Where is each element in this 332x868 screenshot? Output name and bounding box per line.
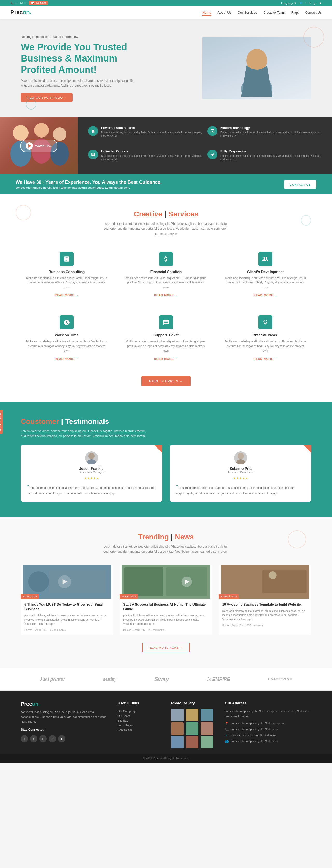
portfolio-button[interactable]: VIEW OUR PORTFOLIO → xyxy=(21,93,73,102)
financial-solution-read-more[interactable]: READ MORE → xyxy=(154,293,178,297)
svg-rect-25 xyxy=(262,570,306,593)
feature-responsive: Fully Responsive Donec tortor tellus, da… xyxy=(205,146,324,169)
address-item-location: 📍 consectetur adipiscing elit. Sed lacus… xyxy=(225,722,311,725)
trending-news-section: Trending | News Lorem dolor sit amet, co… xyxy=(0,517,332,668)
financial-solution-title: Financial Solution xyxy=(125,270,206,274)
modern-tech-text: Modern Technology Donec tortor tellus, d… xyxy=(221,126,322,138)
gallery-thumb-3[interactable] xyxy=(201,709,213,721)
gallery-thumb-5[interactable] xyxy=(186,722,198,735)
testimonial-1-quote: " Lorem tempor exercitation laboris nisi… xyxy=(27,483,156,496)
email-icon-footer: ✉ xyxy=(225,734,228,738)
responsive-desc: Donec tortor tellus, dapibus at dignissi… xyxy=(221,154,322,161)
top-bar-right: Language▼ 🐦 f in g+ ▶ xyxy=(281,1,322,5)
testimonial-2: Solaimo Pria Teacher / Profession ★★★★★ … xyxy=(170,445,311,502)
linkedin-icon[interactable]: in xyxy=(309,2,311,5)
gallery-thumb-8[interactable] xyxy=(186,736,198,748)
footer-youtube[interactable]: ▶ xyxy=(58,735,65,742)
facebook-icon[interactable]: f xyxy=(305,2,306,5)
gplus-icon[interactable]: g+ xyxy=(313,2,317,5)
hero-description: Maecn quis tincidunt arcu. Lorem ipsum d… xyxy=(21,79,145,88)
unlimited-icon xyxy=(88,150,98,159)
footer-link-news[interactable]: Latest News xyxy=(118,723,161,727)
hero-content: Nothing is impossible. Just start from n… xyxy=(21,34,145,102)
features-left-panel: Watch Now xyxy=(0,117,78,175)
news-meta-1: Posted: Shakil H.S 206 comments xyxy=(24,629,110,631)
footer-photo-gallery: Photo Gallery xyxy=(171,701,214,748)
business-consulting-read-more[interactable]: READ MORE → xyxy=(55,293,78,297)
footer-link-company[interactable]: Our Company xyxy=(118,709,161,714)
quote-icon-2: " xyxy=(176,484,178,490)
testimonial-1-role: Business / Manager xyxy=(27,471,156,474)
footer-twitter[interactable]: t xyxy=(21,735,28,742)
news-content-3: 10 Awesome Business Template to build We… xyxy=(219,598,311,630)
experience-banner: We Have 30+ Years of Experience. You Alw… xyxy=(0,175,332,194)
support-ticket-read-more[interactable]: READ MORE → xyxy=(154,357,178,360)
news-image-2: 21 April, 2019 xyxy=(120,565,212,598)
hero-person-illustration xyxy=(233,40,280,97)
language-selector[interactable]: Language▼ xyxy=(281,2,297,5)
hero-subtitle: Nothing is impossible. Just start from n… xyxy=(21,34,145,39)
footer-linkedin[interactable]: in xyxy=(39,735,47,742)
footer-link-contact[interactable]: Contact Us xyxy=(118,727,161,732)
gallery-thumb-7[interactable] xyxy=(171,736,184,748)
gallery-thumb-6[interactable] xyxy=(201,722,213,735)
clients-development-title: Client's Development xyxy=(225,270,306,274)
service-work-on-time: Work on Time Mollis nec scelerisque elit… xyxy=(21,310,112,366)
support-ticket-desc: Mollis nec scelerisque elit, vitae aliqu… xyxy=(125,339,206,353)
testimonials-section: Coustomer | Testimonials Lorem dolor sit… xyxy=(0,402,332,517)
footer-social-links: t f in g ▶ xyxy=(21,735,107,742)
clients-development-desc: Mollis nec scelerisque elit, vitae aliqu… xyxy=(225,276,306,290)
more-services-button[interactable]: MORE SERVICES → xyxy=(141,376,191,386)
sponsor-1: Jual printer xyxy=(40,676,65,682)
footer-link-team[interactable]: Our Team xyxy=(118,714,161,718)
nav-home[interactable]: Home xyxy=(202,10,211,15)
gallery-thumb-9[interactable] xyxy=(201,736,213,748)
work-on-time-icon xyxy=(60,315,74,330)
news-content-1: 5 Things You MUST Do Today to Grow Your … xyxy=(21,598,113,635)
news-title-3: 10 Awesome Business Template to build We… xyxy=(222,602,308,607)
work-on-time-title: Work on Time xyxy=(26,333,107,337)
gallery-thumb-1[interactable] xyxy=(171,709,184,721)
clients-development-read-more[interactable]: READ MORE → xyxy=(254,293,277,297)
footer-gplus[interactable]: g xyxy=(49,735,56,742)
sponsor-3: Sway xyxy=(154,676,169,683)
email-icon: ✉ ... xyxy=(20,1,26,5)
read-more-news-button[interactable]: READ MORE NEWS → xyxy=(142,643,190,652)
responsive-icon xyxy=(207,150,218,159)
gallery-thumb-2[interactable] xyxy=(186,709,198,721)
feature-admin-panel: Powerfull Admin Panel Donec tortor tellu… xyxy=(86,123,205,146)
feature-modern-tech: Modern Technology Donec tortor tellus, d… xyxy=(205,123,324,146)
testimonials-grid: Jeson Frankie Business / Manager ★★★★★ "… xyxy=(21,445,311,502)
news-meta-3: Posted: Jagjur Zun 206 comments xyxy=(222,624,308,627)
buy-premium-badge[interactable]: BUY PREMIUM xyxy=(0,410,3,434)
creative-ideas-read-more[interactable]: READ MORE → xyxy=(254,357,277,360)
live-chat-button[interactable]: 💬 Live Chat xyxy=(29,1,48,5)
features-section: Watch Now Powerfull Admin Panel Donec to… xyxy=(0,117,332,175)
experience-sub-text: consectetur adipiscing elit. Nulla alue … xyxy=(15,186,162,189)
news-desc-2: plant taciti dioiscay ad litora torquent… xyxy=(123,614,208,626)
twitter-icon[interactable]: 🐦 xyxy=(299,1,303,5)
footer-facebook[interactable]: f xyxy=(30,735,37,742)
watch-now-button[interactable]: Watch Now xyxy=(21,140,57,152)
contact-us-button[interactable]: CONTACT US xyxy=(284,180,317,189)
useful-links-title: Useful Links xyxy=(118,701,161,705)
news-desc-3: plant taciti dioiscay ad litora torquent… xyxy=(222,609,308,621)
gallery-thumb-4[interactable] xyxy=(171,722,184,735)
youtube-icon[interactable]: ▶ xyxy=(320,1,322,5)
work-on-time-read-more[interactable]: READ MORE → xyxy=(55,357,78,360)
admin-panel-text: Powerfull Admin Panel Donec tortor tellu… xyxy=(101,126,202,138)
nav-faqs[interactable]: Faqs xyxy=(291,10,299,15)
nav-team[interactable]: Creative Team xyxy=(263,10,285,15)
play-icon xyxy=(26,142,33,150)
top-bar: 📞 ... ✉ ... 💬 Live Chat Language▼ 🐦 f in… xyxy=(0,0,332,6)
financial-solution-icon xyxy=(159,252,173,266)
hero-image xyxy=(202,37,311,99)
svg-point-4 xyxy=(34,123,49,137)
news-author-2: Posted: Shakil H.S xyxy=(123,629,145,631)
modern-tech-icon xyxy=(207,126,218,136)
nav-about[interactable]: About Us xyxy=(218,10,231,15)
nav-services[interactable]: Our Services xyxy=(238,10,257,15)
footer-link-sitemap[interactable]: Sitemap xyxy=(118,718,161,723)
nav-contact[interactable]: Contact Us xyxy=(305,10,322,15)
financial-solution-desc: Mollis nec scelerisque elit, vitae aliqu… xyxy=(125,276,206,290)
